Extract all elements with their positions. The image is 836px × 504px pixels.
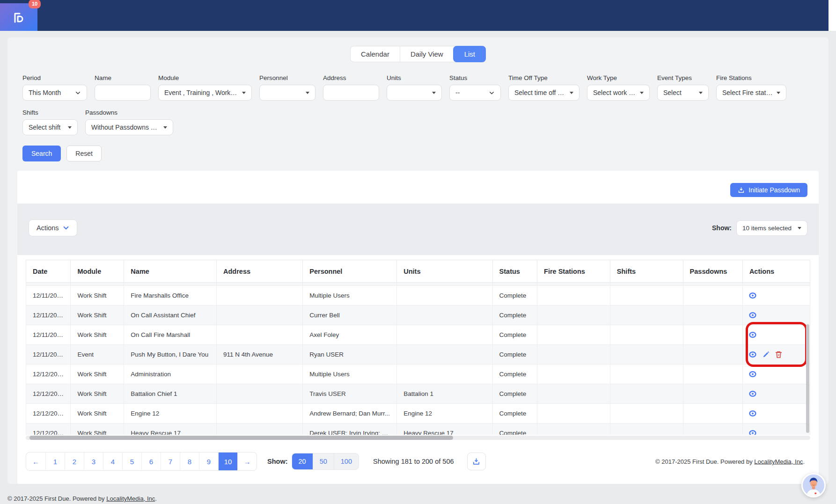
table-row: 12/11/2025Work ShiftOn Call Fire Marshal… bbox=[26, 325, 810, 345]
navbar-right-gap bbox=[829, 0, 836, 31]
filter-value: Select Fire stations bbox=[722, 89, 773, 96]
cell-units bbox=[397, 306, 492, 325]
tab-calendar[interactable]: Calendar bbox=[351, 46, 400, 62]
page-button-8[interactable]: 8 bbox=[180, 453, 199, 470]
filter-input-name[interactable] bbox=[95, 85, 151, 101]
cell-passdowns bbox=[683, 365, 742, 384]
filter-value: Without Passdowns Only bbox=[91, 124, 160, 131]
cell-actions bbox=[742, 306, 810, 325]
cell-date: 12/11/2025 bbox=[26, 286, 71, 306]
initiate-passdown-button[interactable]: Initiate Passdown bbox=[730, 183, 807, 197]
eye-icon[interactable] bbox=[748, 390, 757, 397]
vertical-scrollbar[interactable] bbox=[806, 324, 809, 433]
eye-icon[interactable] bbox=[748, 410, 757, 417]
cell-fire-stations bbox=[537, 404, 610, 424]
cell-personnel: Multiple Users bbox=[303, 365, 397, 384]
filter-select-status[interactable]: -- bbox=[449, 85, 501, 101]
prev-page-button[interactable]: ← bbox=[26, 453, 45, 470]
trash-icon[interactable] bbox=[775, 351, 782, 358]
horizontal-scrollbar-track bbox=[26, 436, 810, 440]
filter-dropdown-module[interactable]: Event , Training , Work Shift bbox=[158, 85, 252, 101]
cell-fire-stations bbox=[537, 325, 610, 345]
eye-icon[interactable] bbox=[748, 430, 757, 435]
page-button-9[interactable]: 9 bbox=[199, 453, 218, 470]
cell-name: On Call Fire Marshall bbox=[124, 325, 217, 345]
tab-list[interactable]: List bbox=[453, 46, 486, 62]
page-size-100[interactable]: 100 bbox=[334, 453, 359, 469]
filter-label: Name bbox=[95, 74, 151, 81]
cell-personnel: Ryan USER bbox=[303, 345, 397, 365]
page-button-7[interactable]: 7 bbox=[161, 453, 180, 470]
page-button-10[interactable]: 10 bbox=[218, 453, 237, 470]
locality-media-link[interactable]: LocalityMedia, Inc bbox=[754, 458, 803, 465]
column-header-date: Date bbox=[26, 260, 71, 283]
filter-dropdown-fire-stations[interactable]: Select Fire stations bbox=[716, 85, 786, 101]
page-button-2[interactable]: 2 bbox=[65, 453, 84, 470]
eye-icon[interactable] bbox=[748, 312, 757, 319]
next-page-button[interactable]: → bbox=[237, 453, 257, 470]
filter-label: Status bbox=[449, 74, 501, 81]
caret-down-icon bbox=[306, 92, 309, 94]
cell-status: Complete bbox=[492, 384, 537, 404]
cell-actions bbox=[742, 404, 810, 424]
cell-date: 12/12/2025 bbox=[26, 384, 71, 404]
cell-date: 12/11/2025 bbox=[26, 306, 71, 325]
locality-media-link[interactable]: LocalityMedia, Inc bbox=[106, 495, 155, 502]
filter-row-2: ShiftsSelect shiftPassdownsWithout Passd… bbox=[22, 109, 829, 135]
page-button-4[interactable]: 4 bbox=[103, 453, 122, 470]
help-chat-avatar[interactable] bbox=[801, 473, 826, 497]
cell-actions bbox=[742, 286, 810, 306]
filter-row-1: PeriodThis MonthNameModuleEvent , Traini… bbox=[22, 74, 829, 101]
tab-daily-view[interactable]: Daily View bbox=[400, 46, 454, 62]
main-card: CalendarDaily ViewList PeriodThis MonthN… bbox=[7, 37, 829, 484]
page-button-6[interactable]: 6 bbox=[141, 453, 161, 470]
page-button-3[interactable]: 3 bbox=[84, 453, 103, 470]
filter-dropdown-shifts[interactable]: Select shift bbox=[22, 119, 78, 135]
filter-dropdown-passdowns[interactable]: Without Passdowns Only bbox=[85, 119, 173, 135]
filter-dropdown-work-type[interactable]: Select work type bbox=[587, 85, 650, 101]
filter-dropdown-time-off-type[interactable]: Select time off type bbox=[508, 85, 579, 101]
cell-units: Engine 12 bbox=[397, 404, 492, 424]
reset-button[interactable]: Reset bbox=[66, 146, 102, 161]
column-header-fire-stations: Fire Stations bbox=[537, 260, 610, 283]
page-size-20[interactable]: 20 bbox=[292, 453, 313, 469]
search-button[interactable]: Search bbox=[22, 146, 61, 161]
table-row: 12/12/2025Work ShiftAdministrationMultip… bbox=[26, 365, 810, 384]
cell-fire-stations bbox=[537, 384, 610, 404]
eye-icon[interactable] bbox=[748, 351, 757, 358]
filter-select-period[interactable]: This Month bbox=[22, 85, 87, 101]
caret-down-icon bbox=[432, 92, 436, 94]
items-selected-value: 10 items selected bbox=[742, 225, 792, 232]
horizontal-scrollbar[interactable] bbox=[29, 436, 453, 440]
cell-date: 12/12/2025 bbox=[26, 404, 71, 424]
filter-label: Module bbox=[158, 74, 252, 81]
pencil-icon[interactable] bbox=[763, 351, 770, 358]
page-button-5[interactable]: 5 bbox=[122, 453, 141, 470]
copyright-text: © 2017-2025 First Due. Powered by bbox=[7, 495, 105, 502]
eye-icon[interactable] bbox=[748, 331, 757, 338]
cell-shifts bbox=[610, 306, 683, 325]
filter-value: Select bbox=[663, 89, 682, 96]
eye-icon[interactable] bbox=[748, 371, 757, 378]
export-download-button[interactable] bbox=[467, 453, 486, 470]
items-selected-dropdown[interactable]: 10 items selected bbox=[736, 220, 807, 236]
caret-down-icon bbox=[68, 126, 72, 129]
cell-module: Work Shift bbox=[71, 424, 124, 435]
filter-dropdown-event-types[interactable]: Select bbox=[657, 85, 709, 101]
filter-input-address[interactable] bbox=[323, 85, 379, 101]
cell-address bbox=[217, 325, 303, 345]
eye-icon[interactable] bbox=[748, 292, 757, 299]
page-size-show-label: Show: bbox=[267, 458, 288, 465]
filter-value: -- bbox=[455, 89, 460, 96]
filter-dropdown-personnel[interactable] bbox=[259, 85, 315, 101]
app-logo[interactable]: 10 bbox=[0, 3, 37, 31]
cell-address bbox=[217, 286, 303, 306]
cell-personnel: Multiple Users bbox=[303, 286, 397, 306]
page-button-1[interactable]: 1 bbox=[45, 453, 65, 470]
actions-dropdown-button[interactable]: Actions bbox=[29, 219, 77, 236]
filter-label: Work Type bbox=[587, 74, 650, 81]
page-size-group: 2050100 bbox=[292, 453, 359, 470]
page-size-50[interactable]: 50 bbox=[313, 453, 334, 469]
table-row: 12/12/2025Work ShiftEngine 12Andrew Bern… bbox=[26, 404, 810, 424]
filter-dropdown-units[interactable] bbox=[387, 85, 442, 101]
